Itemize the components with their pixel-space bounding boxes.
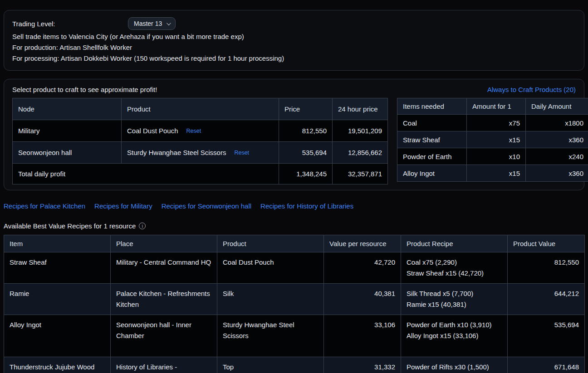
trading-level-select[interactable]: Master 13 xyxy=(128,17,176,30)
craft-panel: Select product to craft to see approxima… xyxy=(4,79,584,190)
bv-header-item: Item xyxy=(4,235,111,252)
items-table-row: Powder of Earth x10 x240 xyxy=(397,148,588,165)
profit-table: Node Product Price 24 hour price Militar… xyxy=(12,98,388,184)
bv-header-product-value: Product Value xyxy=(508,235,585,252)
price-24h-cell: 19,501,209 xyxy=(333,120,388,142)
profit-table-row: Seonwonjeon hall Sturdy Hwanghae Steel S… xyxy=(13,142,388,164)
bv-product-cell: Sturdy Hwanghae Steel Scissors xyxy=(217,315,324,357)
items-header-daily: Daily Amount xyxy=(526,98,588,115)
profit-table-row: Military Coal Dust Pouch Reset 812,550 1… xyxy=(13,120,388,142)
best-value-table: Item Place Product Value per resource Pr… xyxy=(4,235,585,373)
total-24h-price-cell: 32,357,871 xyxy=(333,164,388,184)
craft-panel-head: Select product to craft to see approxima… xyxy=(9,84,579,98)
bv-recipe-cell: Powder of Earth x10 (3,910) Alloy Ingot … xyxy=(401,315,508,357)
profit-table-header-row: Node Product Price 24 hour price xyxy=(13,98,388,120)
bv-recipe-cell: Coal x75 (2,290) Straw Sheaf x15 (42,720… xyxy=(401,252,508,284)
bv-value-cell: 33,106 xyxy=(324,315,401,357)
items-table-header-row: Items needed Amount for 1 Daily Amount xyxy=(397,98,588,115)
recipes-seonwonjeon-hall-link[interactable]: Recipes for Seonwonjeon hall xyxy=(162,202,251,210)
production-info-line: For production: Artisan Shellfolk Worker xyxy=(9,42,579,53)
items-header-amount: Amount for 1 xyxy=(467,98,526,115)
info-circle-icon[interactable] xyxy=(139,223,146,229)
daily-amount-cell: x1800 xyxy=(526,115,588,131)
price-cell: 535,694 xyxy=(279,142,333,164)
bv-product-cell: Silk xyxy=(217,284,324,315)
daily-amount-cell: x240 xyxy=(526,148,588,165)
bv-value-cell: 42,720 xyxy=(324,252,401,284)
trading-level-label: Trading Level: xyxy=(9,20,128,28)
profit-header-node: Node xyxy=(13,98,122,120)
node-cell: Seonwonjeon hall xyxy=(13,142,122,164)
best-value-title: Available Best Value Recipes for 1 resou… xyxy=(4,222,136,230)
recipe-ingredient: Ramie x15 (40,381) xyxy=(407,299,502,310)
craft-tables-row: Node Product Price 24 hour price Militar… xyxy=(9,98,579,184)
items-table-row: Coal x75 x1800 xyxy=(397,115,588,131)
best-value-row: Thunderstruck Jujube Wood History of Lib… xyxy=(4,357,585,373)
bv-header-place: Place xyxy=(111,235,217,252)
recipe-spacer xyxy=(407,341,502,352)
recipe-links-row: Recipes for Palace Kitchen Recipes for M… xyxy=(4,202,584,210)
bv-value-cell: 31,332 xyxy=(324,357,401,373)
items-header-name: Items needed xyxy=(397,98,467,115)
bv-product-cell: Top xyxy=(217,357,324,373)
chevron-down-icon xyxy=(167,21,171,25)
bv-item-cell: Ramie xyxy=(4,284,111,315)
items-table-row: Alloy Ingot x15 x360 xyxy=(397,165,588,182)
item-name-cell: Alloy Ingot xyxy=(397,165,467,182)
recipe-ingredient: Coal x75 (2,290) xyxy=(407,257,502,268)
recipe-ingredient: Alloy Ingot x15 (33,106) xyxy=(407,330,502,341)
total-profit-label: Total daily profit xyxy=(13,164,279,184)
price-cell: 812,550 xyxy=(279,120,333,142)
bv-item-cell: Alloy Ingot xyxy=(4,315,111,357)
product-name: Sturdy Hwanghae Steel Scissors xyxy=(127,149,226,156)
item-name-cell: Powder of Earth xyxy=(397,148,467,165)
bv-place-cell: Military - Central Command HQ xyxy=(111,252,217,284)
trading-info-panel: Trading Level: Master 13 Sell trade item… xyxy=(4,10,584,71)
processing-info-line: For processing: Artisan Dokkebi Worker (… xyxy=(9,53,579,64)
trading-level-row: Trading Level: Master 13 xyxy=(9,16,579,31)
item-name-cell: Straw Sheaf xyxy=(397,131,467,148)
best-value-row: Straw Sheaf Military - Central Command H… xyxy=(4,252,585,284)
amount-cell: x15 xyxy=(467,165,526,182)
bv-item-cell: Straw Sheaf xyxy=(4,252,111,284)
bv-product-value-cell: 671,648 xyxy=(508,357,585,373)
bv-recipe-cell: Powder of Rifts x30 (1,500) Thunderstruc… xyxy=(401,357,508,373)
craft-panel-title: Select product to craft to see approxima… xyxy=(12,86,157,93)
price-24h-cell: 12,856,662 xyxy=(333,142,388,164)
product-cell: Coal Dust Pouch Reset xyxy=(122,120,279,142)
product-name: Coal Dust Pouch xyxy=(127,127,178,135)
bv-product-value-cell: 644,212 xyxy=(508,284,585,315)
amount-cell: x75 xyxy=(467,115,526,131)
page: Trading Level: Master 13 Sell trade item… xyxy=(0,0,588,373)
recipes-history-of-libraries-link[interactable]: Recipes for History of Libraries xyxy=(260,202,353,210)
best-value-title-row: Available Best Value Recipes for 1 resou… xyxy=(4,222,584,230)
recipes-palace-kitchen-link[interactable]: Recipes for Palace Kitchen xyxy=(4,202,85,210)
bv-place-cell: History of Libraries - Guyjanggak Librar… xyxy=(111,357,217,373)
bv-product-cell: Coal Dust Pouch xyxy=(217,252,324,284)
recipes-military-link[interactable]: Recipes for Military xyxy=(94,202,152,210)
bv-header-product-recipe: Product Recipe xyxy=(401,235,508,252)
reset-link[interactable]: Reset xyxy=(234,150,249,156)
recipe-ingredient: Silk Thread x5 (7,700) xyxy=(407,288,502,299)
daily-amount-cell: x360 xyxy=(526,165,588,182)
bv-item-cell: Thunderstruck Jujube Wood xyxy=(4,357,111,373)
best-value-header-row: Item Place Product Value per resource Pr… xyxy=(4,235,585,252)
best-value-row: Alloy Ingot Seonwonjeon hall - Inner Cha… xyxy=(4,315,585,357)
items-needed-table: Items needed Amount for 1 Daily Amount C… xyxy=(397,98,588,182)
node-cell: Military xyxy=(13,120,122,142)
reset-link[interactable]: Reset xyxy=(186,128,201,134)
recipe-ingredient: Powder of Rifts x30 (1,500) xyxy=(407,362,502,373)
recipe-ingredient: Powder of Earth x10 (3,910) xyxy=(407,320,502,330)
total-price-cell: 1,348,245 xyxy=(279,164,333,184)
total-profit-row: Total daily profit 1,348,245 32,357,871 xyxy=(13,164,388,184)
bv-place-cell: Seonwonjeon hall - Inner Chamber xyxy=(111,315,217,357)
product-cell: Sturdy Hwanghae Steel Scissors Reset xyxy=(122,142,279,164)
always-craft-products-link[interactable]: Always to Craft Products (20) xyxy=(487,86,576,93)
items-table-row: Straw Sheaf x15 x360 xyxy=(397,131,588,148)
bv-header-product: Product xyxy=(217,235,324,252)
bv-place-cell: Palace Kitchen - Refreshments Kitchen xyxy=(111,284,217,315)
daily-amount-cell: x360 xyxy=(526,131,588,148)
recipe-ingredient: Straw Sheaf x15 (42,720) xyxy=(407,268,502,279)
item-name-cell: Coal xyxy=(397,115,467,131)
profit-header-price: Price xyxy=(279,98,333,120)
